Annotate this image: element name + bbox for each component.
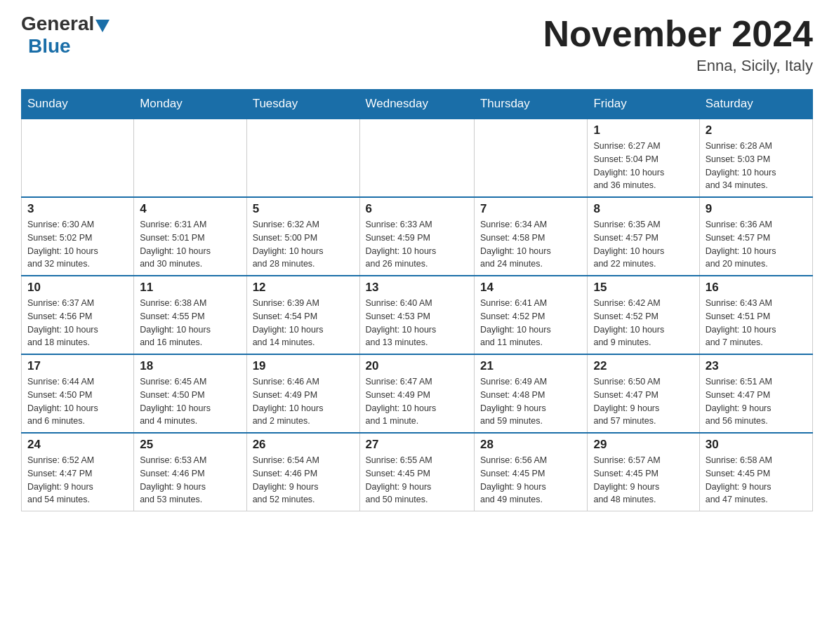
day-info: Sunrise: 6:43 AMSunset: 4:51 PMDaylight:… (706, 297, 807, 349)
day-number: 9 (706, 202, 807, 216)
day-number: 10 (27, 281, 128, 295)
calendar-cell: 10Sunrise: 6:37 AMSunset: 4:56 PMDayligh… (22, 276, 134, 354)
calendar-cell: 14Sunrise: 6:41 AMSunset: 4:52 PMDayligh… (474, 276, 588, 354)
calendar-cell: 5Sunrise: 6:32 AMSunset: 5:00 PMDaylight… (246, 197, 359, 276)
calendar-cell: 9Sunrise: 6:36 AMSunset: 4:57 PMDaylight… (699, 197, 812, 276)
day-info: Sunrise: 6:39 AMSunset: 4:54 PMDaylight:… (253, 297, 354, 349)
day-info: Sunrise: 6:37 AMSunset: 4:56 PMDaylight:… (27, 297, 128, 349)
calendar-cell (246, 119, 359, 197)
day-of-week-header: Saturday (699, 90, 812, 119)
day-number: 15 (593, 281, 693, 295)
month-title: November 2024 (543, 14, 813, 54)
calendar-cell: 7Sunrise: 6:34 AMSunset: 4:58 PMDaylight… (474, 197, 588, 276)
day-number: 12 (253, 281, 354, 295)
calendar-cell: 21Sunrise: 6:49 AMSunset: 4:48 PMDayligh… (474, 354, 588, 433)
day-number: 28 (480, 438, 582, 452)
day-info: Sunrise: 6:46 AMSunset: 4:49 PMDaylight:… (253, 375, 354, 428)
calendar-cell (134, 119, 246, 197)
day-number: 6 (366, 202, 468, 216)
calendar-cell: 27Sunrise: 6:55 AMSunset: 4:45 PMDayligh… (359, 433, 474, 511)
day-number: 16 (706, 281, 807, 295)
day-number: 19 (253, 359, 354, 373)
calendar-cell: 12Sunrise: 6:39 AMSunset: 4:54 PMDayligh… (246, 276, 359, 354)
calendar-cell: 25Sunrise: 6:53 AMSunset: 4:46 PMDayligh… (134, 433, 246, 511)
calendar-cell: 24Sunrise: 6:52 AMSunset: 4:47 PMDayligh… (22, 433, 134, 511)
day-info: Sunrise: 6:32 AMSunset: 5:00 PMDaylight:… (253, 218, 354, 271)
day-info: Sunrise: 6:50 AMSunset: 4:47 PMDaylight:… (593, 375, 693, 428)
day-number: 22 (593, 359, 693, 373)
day-of-week-header: Thursday (474, 90, 588, 119)
day-number: 14 (480, 281, 582, 295)
day-info: Sunrise: 6:31 AMSunset: 5:01 PMDaylight:… (140, 218, 240, 271)
calendar-table: SundayMondayTuesdayWednesdayThursdayFrid… (21, 89, 813, 511)
day-number: 8 (593, 202, 693, 216)
calendar-cell: 6Sunrise: 6:33 AMSunset: 4:59 PMDaylight… (359, 197, 474, 276)
day-info: Sunrise: 6:27 AMSunset: 5:04 PMDaylight:… (593, 140, 693, 192)
day-of-week-header: Sunday (22, 90, 134, 119)
title-block: November 2024 Enna, Sicily, Italy (543, 14, 813, 75)
logo-triangle-icon (95, 20, 110, 32)
calendar-cell: 13Sunrise: 6:40 AMSunset: 4:53 PMDayligh… (359, 276, 474, 354)
day-number: 1 (593, 123, 693, 137)
day-number: 24 (27, 438, 128, 452)
calendar-cell: 2Sunrise: 6:28 AMSunset: 5:03 PMDaylight… (699, 119, 812, 197)
day-number: 2 (706, 123, 807, 137)
calendar-week-row: 10Sunrise: 6:37 AMSunset: 4:56 PMDayligh… (22, 276, 813, 354)
calendar-week-row: 17Sunrise: 6:44 AMSunset: 4:50 PMDayligh… (22, 354, 813, 433)
calendar-cell (474, 119, 588, 197)
day-info: Sunrise: 6:54 AMSunset: 4:46 PMDaylight:… (253, 454, 354, 507)
calendar-cell: 18Sunrise: 6:45 AMSunset: 4:50 PMDayligh… (134, 354, 246, 433)
day-number: 26 (253, 438, 354, 452)
day-number: 17 (27, 359, 128, 373)
calendar-week-row: 3Sunrise: 6:30 AMSunset: 5:02 PMDaylight… (22, 197, 813, 276)
day-number: 23 (706, 359, 807, 373)
day-info: Sunrise: 6:40 AMSunset: 4:53 PMDaylight:… (366, 297, 468, 349)
day-number: 13 (366, 281, 468, 295)
day-info: Sunrise: 6:33 AMSunset: 4:59 PMDaylight:… (366, 218, 468, 271)
day-number: 25 (140, 438, 240, 452)
calendar-cell: 4Sunrise: 6:31 AMSunset: 5:01 PMDaylight… (134, 197, 246, 276)
calendar-cell: 15Sunrise: 6:42 AMSunset: 4:52 PMDayligh… (588, 276, 699, 354)
day-info: Sunrise: 6:47 AMSunset: 4:49 PMDaylight:… (366, 375, 468, 428)
day-number: 27 (366, 438, 468, 452)
day-info: Sunrise: 6:38 AMSunset: 4:55 PMDaylight:… (140, 297, 240, 349)
calendar-cell: 3Sunrise: 6:30 AMSunset: 5:02 PMDaylight… (22, 197, 134, 276)
day-info: Sunrise: 6:28 AMSunset: 5:03 PMDaylight:… (706, 140, 807, 192)
day-info: Sunrise: 6:57 AMSunset: 4:45 PMDaylight:… (593, 454, 693, 507)
calendar-cell: 19Sunrise: 6:46 AMSunset: 4:49 PMDayligh… (246, 354, 359, 433)
day-number: 30 (706, 438, 807, 452)
calendar-week-row: 24Sunrise: 6:52 AMSunset: 4:47 PMDayligh… (22, 433, 813, 511)
calendar-cell: 29Sunrise: 6:57 AMSunset: 4:45 PMDayligh… (588, 433, 699, 511)
day-number: 4 (140, 202, 240, 216)
day-of-week-header: Wednesday (359, 90, 474, 119)
day-info: Sunrise: 6:35 AMSunset: 4:57 PMDaylight:… (593, 218, 693, 271)
calendar-cell: 1Sunrise: 6:27 AMSunset: 5:04 PMDaylight… (588, 119, 699, 197)
day-number: 29 (593, 438, 693, 452)
day-info: Sunrise: 6:51 AMSunset: 4:47 PMDaylight:… (706, 375, 807, 428)
day-number: 21 (480, 359, 582, 373)
day-of-week-header: Friday (588, 90, 699, 119)
day-info: Sunrise: 6:53 AMSunset: 4:46 PMDaylight:… (140, 454, 240, 507)
calendar-cell: 11Sunrise: 6:38 AMSunset: 4:55 PMDayligh… (134, 276, 246, 354)
day-info: Sunrise: 6:42 AMSunset: 4:52 PMDaylight:… (593, 297, 693, 349)
location-text: Enna, Sicily, Italy (543, 57, 813, 75)
calendar-cell: 30Sunrise: 6:58 AMSunset: 4:45 PMDayligh… (699, 433, 812, 511)
day-number: 20 (366, 359, 468, 373)
day-number: 11 (140, 281, 240, 295)
calendar-cell: 22Sunrise: 6:50 AMSunset: 4:47 PMDayligh… (588, 354, 699, 433)
calendar-cell: 8Sunrise: 6:35 AMSunset: 4:57 PMDaylight… (588, 197, 699, 276)
day-info: Sunrise: 6:45 AMSunset: 4:50 PMDaylight:… (140, 375, 240, 428)
logo-general-text: General (21, 14, 94, 34)
day-info: Sunrise: 6:41 AMSunset: 4:52 PMDaylight:… (480, 297, 582, 349)
calendar-cell: 23Sunrise: 6:51 AMSunset: 4:47 PMDayligh… (699, 354, 812, 433)
day-info: Sunrise: 6:52 AMSunset: 4:47 PMDaylight:… (27, 454, 128, 507)
day-info: Sunrise: 6:55 AMSunset: 4:45 PMDaylight:… (366, 454, 468, 507)
calendar-week-row: 1Sunrise: 6:27 AMSunset: 5:04 PMDaylight… (22, 119, 813, 197)
day-of-week-header: Monday (134, 90, 246, 119)
calendar-cell: 20Sunrise: 6:47 AMSunset: 4:49 PMDayligh… (359, 354, 474, 433)
day-info: Sunrise: 6:34 AMSunset: 4:58 PMDaylight:… (480, 218, 582, 271)
day-number: 3 (27, 202, 128, 216)
day-number: 7 (480, 202, 582, 216)
day-number: 18 (140, 359, 240, 373)
calendar-cell: 26Sunrise: 6:54 AMSunset: 4:46 PMDayligh… (246, 433, 359, 511)
